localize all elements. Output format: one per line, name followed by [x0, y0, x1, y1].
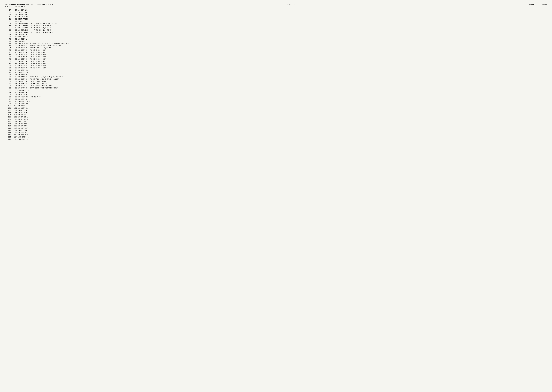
row-code: E20-2' 6,3*: [17, 109, 547, 112]
row-code: E20-405' 32' ' ТО ЖЕ Р=400*: [17, 96, 547, 98]
row-index-1: 101: [5, 107, 11, 109]
row-index-1: 100: [5, 105, 11, 107]
row-index-1: 62: [5, 20, 11, 22]
row-index-1: 113: [5, 134, 11, 136]
row-index-2: 57: [11, 9, 17, 11]
row-index-1: 93: [5, 89, 11, 91]
row-index-1: 96: [5, 96, 11, 98]
table-row: 109109E20-5' 90*: [5, 125, 547, 127]
row-code: E20-656' 10*: [17, 71, 547, 74]
row-code: E20-654' 8*: [17, 74, 547, 76]
row-index-1: 98: [5, 100, 11, 103]
row-code: E20-706#ДОП,3' 6' ' ТО ЖЕ В,Ц,4-75-4*: [17, 27, 547, 29]
row-index-2: 100: [11, 105, 17, 107]
row-index-2: 70: [11, 38, 17, 40]
row-index-2: 90: [11, 83, 17, 85]
row-index-1: 69: [5, 36, 11, 38]
row-code: E20-682' 4' ' ТО ЖЕ Н,00,00-11*: [17, 65, 547, 67]
row-index-2: 91: [11, 85, 17, 87]
row-index-2: 68: [11, 34, 17, 36]
row-code: F20-616' 4' ' ТО ЖЕ ГЦ5=1,ГЦ3=2*: [17, 80, 547, 83]
row-index-1: 70: [5, 38, 11, 40]
table-row: 6868F20-760' 6*: [5, 34, 547, 36]
table-row: 115115C130-677' 9*: [5, 138, 547, 140]
table-row: 6363E20-704#ДОП,3' 6' ' ВЕНТИЛЯТОР В,Ц4-…: [5, 22, 547, 25]
row-index-2: 72: [11, 42, 17, 45]
row-index-1: 68: [5, 34, 11, 36]
row-code: E20-408' 242*: [17, 94, 547, 96]
row-index-2: 69: [11, 36, 17, 38]
row-index-1: 106: [5, 118, 11, 120]
row-code: E20-110' 50,4*: [17, 103, 547, 105]
row-index-2: 98: [11, 100, 17, 103]
row-code: E20-117' 144*: [17, 105, 547, 107]
row-code: E20-108' 54,5*: [17, 98, 547, 100]
row-index-1: 60: [5, 16, 11, 18]
table-row: 6767E20-708#ДОП,3' 3' ' ТО ЖЕ В,Ц,4-75-6…: [5, 31, 547, 34]
table-row: 101101E20-118' 28,6*: [5, 107, 547, 109]
row-index-2: 115: [11, 138, 17, 140]
table-row: 9494E20-407' 94*: [5, 91, 547, 94]
table-row: 103103E20-4' 7,92*: [5, 112, 547, 114]
doc-info: 92073 25443-09: [529, 4, 547, 6]
row-index-1: 112: [5, 132, 11, 134]
row-code: E20-118' 28,6*: [17, 107, 547, 109]
row-code: C130-677' 9*: [17, 138, 547, 140]
row-code: E20-4' 356,6*: [17, 123, 547, 125]
table-row: 7979E20-675' 4' ' ТО ЖЕ Н,00,00-03*: [5, 58, 547, 60]
table-row: 6666E20-707#ДОП,3' 4' ' ТО ЖЕ В,Ц,4-75-5…: [5, 29, 547, 31]
row-index-1: 63: [5, 22, 11, 25]
row-index-2: 106: [11, 118, 17, 120]
row-index-2: 102: [11, 109, 17, 112]
row-index-2: 76: [11, 51, 17, 54]
table-row: 7575E20-667' 4' ' ТО ЖЕ В,00,00-06*: [5, 49, 547, 51]
row-index-1: 64: [5, 25, 11, 27]
row-index-1: 85: [5, 71, 11, 74]
table-row: 8888E20-616' 2' ' ТО ЖЕ ГЦ3=1,ГЦ3=2 ДИАМ…: [5, 78, 547, 80]
row-code: E20-14' 31,2*: [17, 132, 547, 134]
row-index-1: 67: [5, 31, 11, 34]
table-row: 113113F20-11' 4,8*: [5, 134, 547, 136]
row-index-2: 82: [11, 65, 17, 67]
table-row: 9797E20-108' 54,5*: [5, 98, 547, 100]
row-code: E20-5' 90*: [17, 125, 547, 127]
table-row: 7878E20-671' 3' ' ТО ЖЕ В,00,00-12*: [5, 56, 547, 58]
row-code: E20-614' 4' ' ГЛУШИТЕЛЬ ГЦ3=1,ГЦ3=2 ДИАМ…: [17, 76, 547, 78]
row-code: C130-676' 42*: [17, 136, 547, 138]
table-row: 6161РВЕНТИЛЯЦИЯ*: [5, 18, 547, 20]
table-row: 9191E20-632' 1' ' ТО ЖЕ ПЛАСТИНЧАТЫХ ГП3…: [5, 85, 547, 87]
row-index-1: 71: [5, 40, 11, 42]
table-row: 112112E20-14' 31,2*: [5, 132, 547, 134]
row-index-2: 81: [11, 63, 17, 65]
row-code: E20-708#ДОП,3' 3' ' ТО ЖЕ В,Ц,4-75-6,3*: [17, 31, 547, 34]
row-code: C130-711' 6*: [17, 36, 547, 38]
table-row: 8080E20-679' 4' ' ТО ЖЕ Н,00,00-07*: [5, 60, 547, 63]
table-row: 5858E16-39' 50*: [5, 11, 547, 14]
row-code: E20-675' 4' ' ТО ЖЕ Н,00,00-03*: [17, 58, 547, 60]
row-index-1: 57: [5, 9, 11, 11]
row-index-1: 102: [5, 109, 11, 112]
row-code: E16-40' 25*: [17, 14, 547, 16]
row-code: E20-707#ДОП,3' 4' ' ТО ЖЕ В,Ц,4-75-5*: [17, 29, 547, 31]
row-code: E20-632' 1' ' ТО ЖЕ ПЛАСТИНЧАТЫХ ГП3=1*: [17, 85, 547, 87]
row-index-2: 62: [11, 20, 17, 22]
row-index-1: 105: [5, 116, 11, 118]
table-row: 8787E20-614' 4' ' ГЛУШИТЕЛЬ ГЦ3=1,ГЦ3=2 …: [5, 76, 547, 78]
row-index-2: 73: [11, 45, 17, 47]
row-code: E20-616' 2' ' ТО ЖЕ ГЦ3=1,ГЦ3=2 ДИАМ,500…: [17, 78, 547, 80]
row-code: E20-744' 3' ' УСТАНОВКИ СЕТКИ МЕТАЛЛИЧЕС…: [17, 87, 547, 89]
program-title: ПРОГРАММНЫХ КОМПЛЕКС АВС-3ЕС ( РЕДАКЦИЯ …: [5, 4, 53, 9]
row-index-2: 84: [11, 69, 17, 71]
table-row: 7373E20-468' 7' ' КЛАПАН КВУ600Х1000 М70…: [5, 45, 547, 47]
row-index-1: 87: [5, 76, 11, 78]
row-code: F20-697' 48*: [17, 69, 547, 71]
row-index-1: 109: [5, 125, 11, 127]
row-index-2: 92: [11, 87, 17, 89]
row-index-2: 107: [11, 120, 17, 123]
row-index-1: 103: [5, 112, 11, 114]
row-index-1: 78: [5, 56, 11, 58]
table-row: 7676E20-669' 6' ' ТО ЖЕ В,00,00-08*: [5, 51, 547, 54]
table-row: 8383E20-687' 3' ' ТО ЖЕ Н,00,00-15*: [5, 67, 547, 69]
table-row: 5959E16-40' 25*: [5, 14, 547, 16]
row-code: C130-723' 1*: [17, 40, 547, 42]
